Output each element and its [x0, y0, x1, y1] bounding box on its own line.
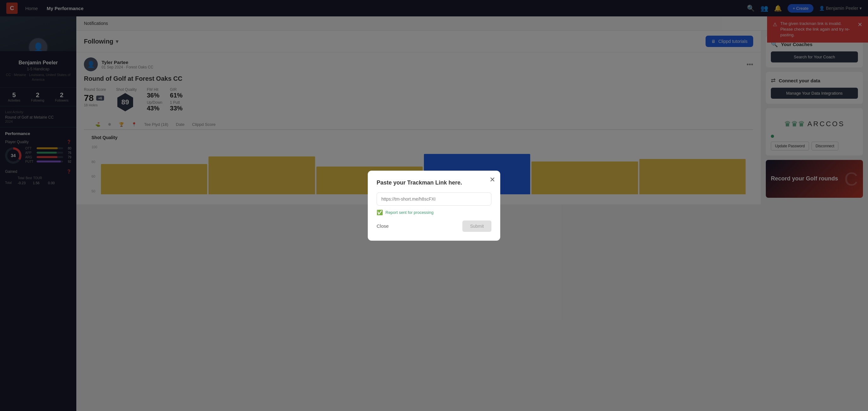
modal-title: Paste your Trackman Link here. [377, 180, 491, 186]
success-check-icon: ✅ [377, 210, 383, 215]
modal-success-message: ✅ Report sent for processing [377, 210, 491, 215]
success-text: Report sent for processing [385, 210, 433, 215]
modal-close-x-button[interactable]: ✕ [490, 176, 495, 184]
modal-close-button[interactable]: Close [377, 223, 389, 229]
trackman-link-input[interactable] [377, 192, 491, 205]
modal-submit-button[interactable]: Submit [462, 220, 491, 232]
modal-overlay[interactable]: Paste your Trackman Link here. ✕ ✅ Repor… [0, 0, 868, 411]
trackman-modal: Paste your Trackman Link here. ✕ ✅ Repor… [368, 171, 500, 241]
modal-actions: Close Submit [377, 220, 491, 232]
